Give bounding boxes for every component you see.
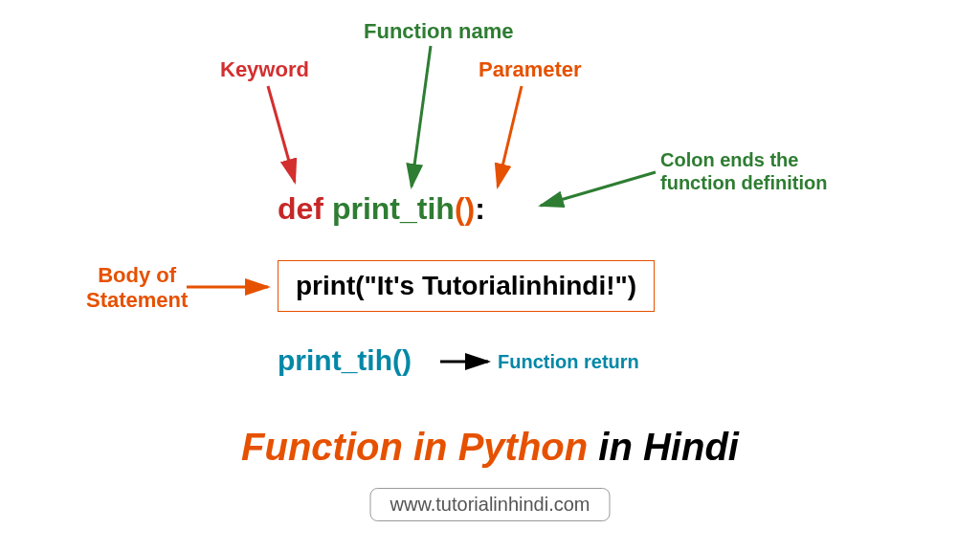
svg-line-2 [498,86,522,187]
function-name-text: print_tih [332,191,455,226]
colon-note-label: Colon ends the function definition [660,148,827,194]
function-name-label: Function name [364,19,513,44]
colon-text: : [475,191,485,226]
call-line: print_tih() [278,344,412,377]
body-label: Body of Statement [86,263,188,314]
code-def-line: def print_tih(): [278,191,485,227]
return-label: Function return [498,351,639,373]
keyword-label: Keyword [220,57,309,82]
svg-line-0 [268,86,295,182]
def-keyword: def [278,191,323,226]
page-title: Function in Python in Hindi [0,426,980,469]
parameter-label: Parameter [479,57,582,82]
title-part2: in Hindi [588,426,739,468]
parens-text: () [455,191,475,226]
url-box: www.tutorialinhindi.com [370,488,611,521]
body-box: print("It's Tutorialinhindi!") [278,260,655,312]
svg-line-1 [412,46,431,187]
title-part1: Function in Python [241,426,588,468]
svg-line-3 [541,172,656,206]
